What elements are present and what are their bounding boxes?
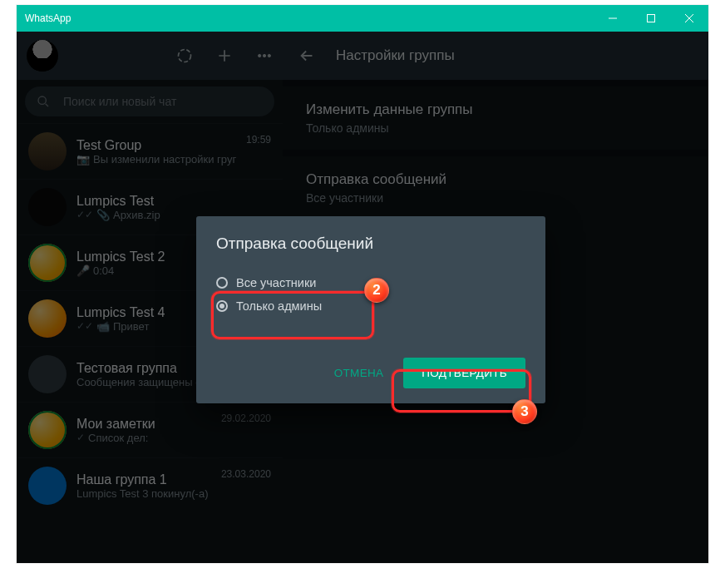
chat-time: 29.02.2020 (221, 413, 271, 424)
section-value: Все участники (306, 191, 685, 205)
app-body: Поиск или новый чат Test Group📷 Вы измен… (17, 32, 708, 563)
cancel-button[interactable]: ОТМЕНА (321, 358, 397, 388)
settings-title: Настройки группы (336, 47, 455, 64)
window-maximize-button[interactable] (632, 5, 670, 32)
radio-icon (216, 277, 228, 289)
radio-option-all[interactable]: Все участники (216, 271, 525, 294)
send-messages-dialog: Отправка сообщений Все участники Только … (196, 216, 545, 403)
chat-avatar-icon (28, 299, 67, 338)
svg-point-5 (38, 96, 46, 104)
chat-title: Наша группа 1 (76, 472, 211, 487)
minimize-icon (609, 14, 617, 22)
svg-rect-0 (648, 15, 655, 22)
dialog-actions: ОТМЕНА ПОДТВЕРДИТЬ (216, 358, 525, 388)
chat-avatar-icon (28, 355, 67, 393)
header-actions (176, 47, 273, 64)
chat-avatar-icon (28, 188, 67, 226)
section-title: Отправка сообщений (306, 171, 685, 188)
titlebar: WhatsApp (17, 5, 708, 32)
chat-title: Мои заметки (76, 417, 211, 432)
section-title: Изменить данные группы (306, 101, 685, 118)
window-minimize-button[interactable] (594, 5, 632, 32)
radio-icon (216, 300, 228, 312)
chat-body: Мои заметки✓ Список дел: (76, 417, 211, 444)
chat-time: 19:59 (246, 134, 271, 146)
chat-subtitle: 📷 Вы изменили настройки группы. Т… (76, 153, 236, 166)
chat-list-item[interactable]: Мои заметки✓ Список дел:29.02.2020 (17, 402, 283, 457)
radio-option-admins[interactable]: Только админы (216, 294, 525, 318)
chat-time: 23.03.2020 (221, 468, 271, 480)
search-wrap: Поиск или новый чат (17, 80, 283, 123)
chat-avatar-icon (28, 132, 67, 170)
chat-title: Lumpics Test (76, 194, 261, 209)
left-pane-header (17, 32, 283, 80)
radio-label: Все участники (236, 276, 316, 289)
user-avatar-icon[interactable] (27, 40, 58, 72)
search-icon (37, 95, 50, 108)
chat-avatar-icon (28, 411, 67, 449)
chat-body: Test Group📷 Вы изменили настройки группы… (76, 138, 236, 166)
svg-point-4 (268, 54, 270, 57)
chat-list-item[interactable]: Test Group📷 Вы изменили настройки группы… (17, 123, 283, 179)
dialog-title: Отправка сообщений (216, 235, 525, 253)
radio-label: Только админы (236, 299, 322, 313)
chat-title: Test Group (76, 138, 236, 153)
window-close-button[interactable] (670, 5, 708, 32)
svg-point-2 (259, 54, 261, 57)
chat-body: Наша группа 1Lumpics Test 3 покинул(-а) … (76, 472, 211, 500)
chat-avatar-icon (28, 467, 67, 505)
svg-point-1 (179, 50, 191, 62)
chat-avatar-icon (28, 244, 67, 282)
search-placeholder: Поиск или новый чат (63, 95, 176, 108)
back-arrow-icon[interactable] (298, 47, 316, 65)
menu-dots-icon[interactable] (256, 47, 273, 64)
svg-point-3 (263, 54, 265, 57)
confirm-button[interactable]: ПОДТВЕРДИТЬ (403, 358, 525, 388)
chat-subtitle: Lumpics Test 3 покинул(-а) группу (76, 487, 211, 500)
new-chat-icon[interactable] (216, 47, 233, 64)
settings-section-edit-group[interactable]: Изменить данные группы Только админы (283, 80, 708, 150)
close-icon (685, 14, 693, 22)
settings-section-send-messages[interactable]: Отправка сообщений Все участники (283, 150, 708, 220)
app-window: WhatsApp Поиск (17, 5, 708, 563)
settings-header: Настройки группы (283, 32, 708, 80)
chat-list-item[interactable]: Наша группа 1Lumpics Test 3 покинул(-а) … (17, 457, 283, 513)
app-title: WhatsApp (25, 12, 71, 24)
search-input[interactable]: Поиск или новый чат (25, 86, 274, 116)
status-icon[interactable] (176, 47, 193, 64)
chat-subtitle: ✓ Список дел: (76, 432, 211, 444)
section-value: Только админы (306, 121, 685, 135)
maximize-icon (647, 14, 655, 22)
